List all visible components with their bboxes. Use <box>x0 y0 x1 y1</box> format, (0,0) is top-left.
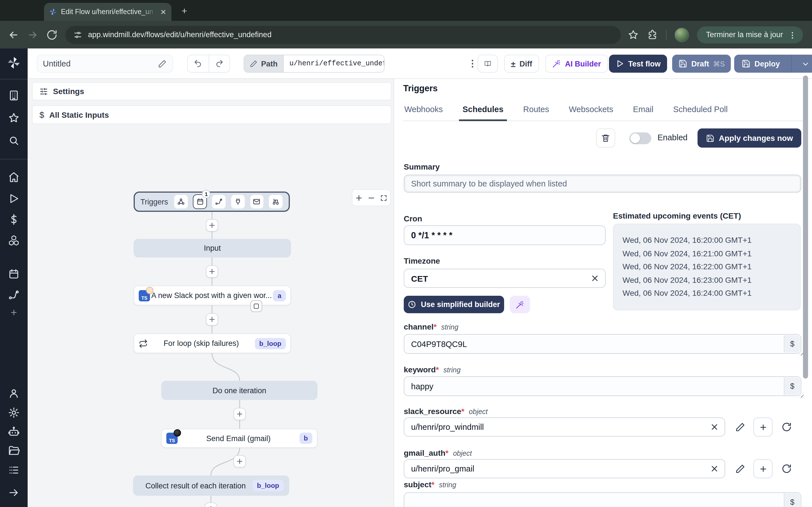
refresh-icon[interactable] <box>781 422 792 432</box>
add-step-button[interactable] <box>234 408 246 420</box>
do-one-iteration-node[interactable]: Do one iteration <box>161 381 317 400</box>
tab-scheduled-poll[interactable]: Scheduled Poll <box>672 105 729 114</box>
zoom-out-icon[interactable] <box>368 194 375 202</box>
scheduled-poll-trigger-chip[interactable] <box>269 194 283 209</box>
add-step-button[interactable] <box>234 455 246 467</box>
update-chrome-button[interactable]: Terminer la mise à jour ⋮ <box>697 26 803 43</box>
cron-input[interactable] <box>404 226 605 244</box>
collapse-arrow-icon[interactable] <box>8 487 20 499</box>
insert-variable-button[interactable]: $ <box>784 494 800 507</box>
keyword-input[interactable] <box>404 377 801 395</box>
url-bar[interactable]: app.windmill.dev/flows/edit/u/henri/effe… <box>65 25 621 44</box>
ai-cron-button[interactable] <box>510 296 530 313</box>
subject-input[interactable] <box>404 493 801 507</box>
add-step-button[interactable] <box>205 503 217 507</box>
home-icon[interactable] <box>8 171 20 183</box>
logs-list-icon[interactable] <box>8 464 20 476</box>
add-step-button[interactable] <box>206 265 218 278</box>
forward-icon[interactable] <box>27 29 38 40</box>
tab-schedules[interactable]: Schedules <box>462 105 505 114</box>
summary-input[interactable] <box>404 175 801 192</box>
more-options-icon[interactable]: ⋮ <box>468 58 477 69</box>
timezone-input[interactable] <box>404 269 605 287</box>
undo-button[interactable] <box>188 55 209 72</box>
zoom-in-icon[interactable] <box>355 194 362 202</box>
add-step-button[interactable] <box>206 313 218 326</box>
delete-schedule-button[interactable] <box>596 128 615 148</box>
module-action-button[interactable] <box>250 300 262 312</box>
routes-icon[interactable] <box>8 289 20 301</box>
site-settings-icon[interactable] <box>73 30 82 39</box>
slack-step-node[interactable]: TS A new Slack post with a given wor... … <box>134 286 291 305</box>
add-resource-button[interactable] <box>753 417 772 437</box>
folders-icon[interactable] <box>8 445 20 457</box>
channel-input[interactable] <box>404 335 801 353</box>
forloop-node[interactable]: For loop (skip failures) b_loop <box>134 334 291 353</box>
tab-email[interactable]: Email <box>632 105 655 114</box>
triggers-node[interactable]: Triggers 1 <box>134 191 290 212</box>
email-trigger-chip[interactable] <box>250 194 264 209</box>
edit-resource-pencil-icon[interactable] <box>735 422 746 432</box>
edit-resource-pencil-icon[interactable] <box>735 464 746 474</box>
extensions-icon[interactable] <box>647 29 658 40</box>
draft-button[interactable]: Draft ⌘S <box>672 55 731 73</box>
path-edit-button[interactable]: Path <box>244 55 283 73</box>
insert-variable-button[interactable]: $ <box>784 378 800 395</box>
ai-builder-button[interactable]: AI Builder <box>545 55 608 73</box>
bookmark-star-icon[interactable] <box>627 29 639 40</box>
input-node[interactable]: Input <box>134 239 291 258</box>
flow-settings-row[interactable]: Settings <box>32 82 391 100</box>
gmail-auth-input[interactable] <box>404 460 725 478</box>
send-email-node[interactable]: TS Send Email (gmail) b <box>161 429 317 448</box>
profile-avatar[interactable] <box>674 27 689 42</box>
workers-robot-icon[interactable] <box>8 426 20 438</box>
insert-variable-button[interactable]: $ <box>784 335 800 353</box>
enabled-toggle[interactable] <box>629 132 651 144</box>
webhook-trigger-chip[interactable] <box>174 194 188 209</box>
all-static-inputs-row[interactable]: $ All Static Inputs <box>32 105 391 124</box>
settings-gear-icon[interactable] <box>8 407 20 418</box>
back-icon[interactable] <box>8 29 19 40</box>
runs-play-icon[interactable] <box>8 193 20 205</box>
collect-result-node[interactable]: Collect result of each iteration b_loop <box>133 475 289 496</box>
flow-name-field[interactable]: Untitled <box>37 55 173 73</box>
clear-x-icon[interactable] <box>591 274 599 282</box>
fit-view-icon[interactable] <box>380 194 388 202</box>
tab-websockets[interactable]: Websockets <box>567 105 614 114</box>
test-flow-button[interactable]: Test flow <box>609 55 667 73</box>
reload-icon[interactable] <box>46 29 57 40</box>
tab-webhooks[interactable]: Webhooks <box>403 105 444 114</box>
favorites-star-icon[interactable] <box>8 112 20 124</box>
tab-close-icon[interactable]: ✕ <box>160 8 166 16</box>
clear-x-icon[interactable] <box>711 465 718 473</box>
deploy-dropdown-button[interactable] <box>796 55 812 73</box>
search-icon[interactable] <box>8 135 20 147</box>
refresh-icon[interactable] <box>781 464 792 474</box>
schedules-calendar-icon[interactable] <box>8 268 20 280</box>
apply-changes-button[interactable]: Apply changes now <box>698 128 801 148</box>
vertical-scrollbar[interactable] <box>803 75 808 379</box>
chrome-menu-icon[interactable]: ⋮ <box>789 30 796 39</box>
redo-button[interactable] <box>209 55 230 72</box>
diff-button[interactable]: ± Diff <box>504 55 539 73</box>
path-value[interactable]: u/henri/effective_undef <box>283 55 385 73</box>
websocket-trigger-chip[interactable] <box>231 194 245 209</box>
schedule-trigger-chip[interactable]: 1 <box>193 194 207 209</box>
edit-pencil-icon[interactable] <box>158 59 167 68</box>
browser-tab[interactable]: Edit Flow u/henri/effective_un ✕ <box>44 3 171 21</box>
add-resource-button[interactable] <box>753 459 772 478</box>
docs-book-button[interactable] <box>477 55 498 73</box>
add-step-button[interactable] <box>206 219 218 231</box>
clear-x-icon[interactable] <box>711 423 718 431</box>
slack-resource-input[interactable] <box>404 418 725 436</box>
simplified-builder-button[interactable]: Use simplified builder <box>404 296 504 313</box>
deploy-button[interactable]: Deploy <box>734 55 787 73</box>
resources-cubes-icon[interactable] <box>8 234 20 246</box>
windmill-logo[interactable] <box>7 56 21 70</box>
variables-dollar-icon[interactable] <box>8 214 20 225</box>
route-trigger-chip[interactable] <box>212 194 226 209</box>
workspace-icon[interactable] <box>8 90 20 101</box>
tab-routes[interactable]: Routes <box>522 105 550 114</box>
new-tab-button[interactable]: + <box>182 6 187 17</box>
add-plus-icon[interactable]: + <box>8 306 20 318</box>
